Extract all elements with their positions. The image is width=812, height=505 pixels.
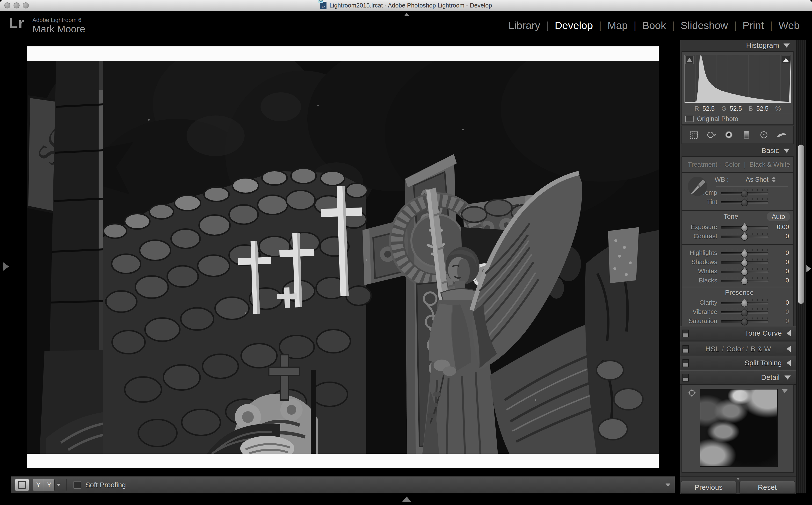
highlights-slider-row: Highlights 0 bbox=[682, 248, 793, 257]
hsl-tab[interactable]: HSL bbox=[704, 345, 721, 353]
collapse-histogram-icon bbox=[784, 43, 790, 48]
original-photo-icon[interactable] bbox=[685, 116, 693, 122]
zoom-window-button[interactable] bbox=[23, 2, 29, 8]
module-develop[interactable]: Develop bbox=[549, 20, 599, 31]
presence-section: Presence Clarity 0 Vibrance 0 Saturation… bbox=[682, 287, 793, 326]
split-toning-panel-header[interactable]: Split Toning bbox=[680, 356, 796, 370]
original-photo-row: Original Photo bbox=[682, 113, 793, 125]
expand-tone-curve-icon bbox=[787, 330, 791, 336]
adjustment-brush-icon[interactable] bbox=[776, 129, 787, 140]
clarity-slider-row: Clarity 0 bbox=[682, 298, 793, 307]
contrast-slider[interactable] bbox=[721, 232, 769, 240]
treatment-color-option[interactable]: Color bbox=[724, 161, 740, 168]
before-after-view-button[interactable]: Y Y bbox=[33, 479, 55, 491]
detail-panel-header[interactable]: Detail bbox=[680, 370, 796, 385]
view-toolbar: Y Y Soft Proofing bbox=[11, 477, 675, 493]
toolbar-options-dropdown-icon[interactable] bbox=[666, 484, 670, 487]
panel-footer-collapse-icon[interactable] bbox=[737, 478, 740, 480]
temp-slider[interactable] bbox=[721, 188, 769, 197]
spot-removal-icon[interactable] bbox=[706, 129, 717, 140]
toolbar-divider bbox=[66, 479, 67, 491]
tone-curve-panel-header[interactable]: Tone Curve bbox=[680, 326, 796, 340]
tool-strip bbox=[681, 126, 794, 144]
contrast-slider-row: Contrast 0 bbox=[682, 231, 793, 241]
blacks-slider-row: Blacks 0 bbox=[682, 276, 793, 285]
tone-curve-toggle[interactable] bbox=[682, 330, 689, 337]
right-panel-footer: Previous Reset bbox=[680, 477, 796, 494]
right-panel-scrollbar-thumb[interactable] bbox=[798, 145, 804, 304]
tone-section: Tone Auto Exposure 0.00 Contrast 0 bbox=[682, 210, 793, 244]
before-after-dropdown-icon[interactable] bbox=[57, 484, 61, 486]
module-map[interactable]: Map bbox=[602, 20, 634, 31]
module-library[interactable]: Library bbox=[502, 20, 546, 31]
detail-preview-image[interactable] bbox=[700, 389, 778, 467]
module-book[interactable]: Book bbox=[636, 20, 672, 31]
blacks-slider[interactable] bbox=[721, 276, 769, 284]
show-filmstrip-arrow-icon[interactable] bbox=[402, 497, 411, 502]
treatment-bw-option[interactable]: Black & White bbox=[750, 161, 790, 168]
shadow-clipping-indicator[interactable] bbox=[685, 55, 693, 64]
develop-right-panel: Histogram R52.5 G52.5 B52.5 % Original P… bbox=[680, 40, 796, 477]
white-balance-eyedropper-icon[interactable] bbox=[687, 176, 707, 196]
lightroom-logo: Lr bbox=[9, 14, 25, 31]
color-tab[interactable]: Color bbox=[725, 345, 745, 353]
module-web[interactable]: Web bbox=[772, 20, 806, 31]
cemetery-photo: SCA bbox=[27, 61, 659, 454]
module-print[interactable]: Print bbox=[737, 20, 770, 31]
window-titlebar: CAT Lr Lightroom2015.lrcat - Adobe Photo… bbox=[0, 0, 812, 11]
expand-hsl-icon bbox=[787, 346, 791, 352]
reset-button[interactable]: Reset bbox=[740, 481, 795, 494]
close-window-button[interactable] bbox=[4, 2, 10, 8]
hsl-color-bw-panel-header[interactable]: HSL / Color / B & W bbox=[680, 342, 796, 356]
minimize-window-button[interactable] bbox=[14, 2, 20, 8]
radial-filter-icon[interactable] bbox=[758, 129, 770, 140]
hide-top-panel-arrow-icon[interactable] bbox=[404, 13, 410, 16]
split-toning-toggle[interactable] bbox=[682, 359, 689, 367]
vibrance-slider-row: Vibrance 0 bbox=[682, 307, 793, 316]
histogram-plot[interactable] bbox=[684, 54, 791, 103]
collapse-detail-icon bbox=[785, 375, 791, 380]
tint-slider-row: Tint bbox=[682, 197, 793, 206]
wb-select[interactable]: As Shot bbox=[746, 176, 769, 183]
shadows-slider-row: Shadows 0 bbox=[682, 257, 793, 267]
clarity-slider[interactable] bbox=[721, 298, 769, 307]
hsl-toggle[interactable] bbox=[682, 345, 689, 353]
soft-proofing-checkbox[interactable] bbox=[73, 481, 81, 489]
basic-panel-header[interactable]: Basic bbox=[680, 145, 796, 156]
previous-button[interactable]: Previous bbox=[681, 481, 737, 494]
auto-tone-button[interactable]: Auto bbox=[767, 212, 790, 221]
identity-plate: Mark Moore bbox=[32, 23, 85, 35]
crop-overlay-icon[interactable] bbox=[688, 129, 699, 140]
module-nav: Library | Develop | Map | Book | Slidesh… bbox=[502, 11, 806, 40]
histogram-panel: R52.5 G52.5 B52.5 % Original Photo bbox=[681, 51, 794, 125]
show-left-panel-arrow-icon[interactable] bbox=[3, 263, 9, 271]
collapse-basic-icon bbox=[784, 149, 790, 153]
whites-slider[interactable] bbox=[721, 267, 769, 275]
exposure-slider[interactable] bbox=[721, 223, 769, 231]
tint-slider[interactable] bbox=[721, 198, 769, 206]
rgb-readout: R52.5 G52.5 B52.5 % bbox=[682, 104, 793, 113]
window-title: Lightroom2015.lrcat - Adobe Photoshop Li… bbox=[329, 2, 492, 9]
loupe-view-button[interactable] bbox=[15, 479, 29, 491]
saturation-slider[interactable] bbox=[721, 317, 769, 325]
shadows-slider[interactable] bbox=[721, 258, 769, 266]
red-eye-correction-icon[interactable] bbox=[723, 129, 735, 140]
vibrance-slider[interactable] bbox=[721, 308, 769, 316]
graduated-filter-icon[interactable] bbox=[741, 129, 752, 140]
photo-canvas[interactable]: SCA bbox=[27, 46, 659, 468]
catalog-doc-icon: CAT Lr bbox=[320, 2, 326, 9]
histogram-panel-header[interactable]: Histogram bbox=[680, 40, 796, 51]
bw-tab[interactable]: B & W bbox=[749, 345, 772, 353]
module-slideshow[interactable]: Slideshow bbox=[674, 20, 734, 31]
highlight-clipping-indicator[interactable] bbox=[782, 55, 790, 64]
detail-preview-collapse-icon[interactable] bbox=[782, 389, 788, 393]
loupe-view-icon bbox=[18, 481, 26, 489]
detail-toggle[interactable] bbox=[682, 374, 689, 381]
detail-zoom-target-icon[interactable] bbox=[687, 388, 697, 398]
treatment-row: Treatment : Color | Black & White bbox=[682, 157, 793, 172]
saturation-slider-row: Saturation 0 bbox=[682, 316, 793, 325]
hide-right-panel-arrow-icon[interactable] bbox=[806, 265, 811, 272]
wb-select-arrows-icon[interactable] bbox=[772, 177, 776, 182]
white-balance-section: WB : As Shot Temp Tint bbox=[682, 172, 793, 210]
highlights-slider[interactable] bbox=[721, 248, 769, 257]
